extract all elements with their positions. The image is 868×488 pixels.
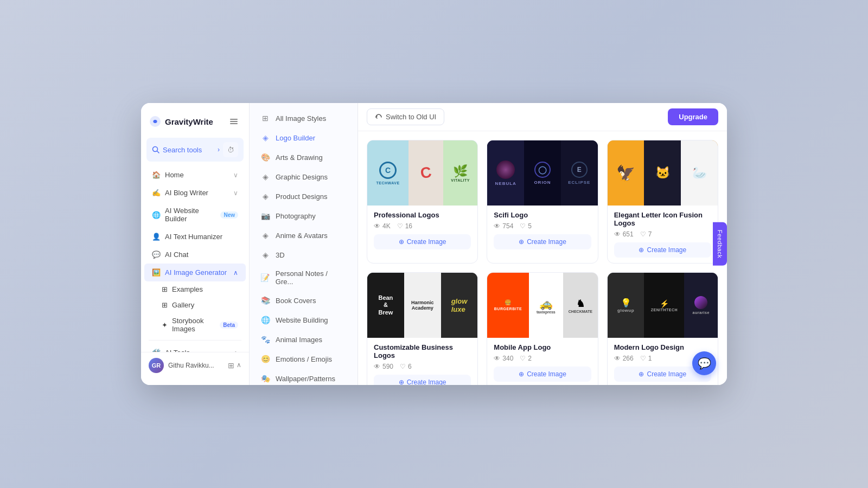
graphic-icon: ◈ — [260, 172, 270, 182]
beta-badge: Beta — [220, 322, 238, 329]
storybook-label: Storybook Images — [172, 317, 220, 333]
menu-item-graphic-designs[interactable]: ◈ Graphic Designs — [253, 167, 354, 187]
switch-old-label: Switch to Old UI — [386, 113, 436, 121]
divider — [149, 340, 241, 341]
logo-builder-label: Logo Builder — [276, 134, 315, 142]
sidebar-item-ai-blog-writer[interactable]: ✍️ AI Blog Writer ∨ — [144, 184, 246, 202]
emoji-label: Emotions / Emojis — [276, 355, 332, 363]
menu-item-book-covers[interactable]: 📚 Book Covers — [253, 291, 354, 310]
web-icon: 🌐 — [260, 315, 270, 325]
card-4-stats: 👁 590 ♡ 6 — [374, 363, 471, 370]
menu-item-anime-avatars[interactable]: ◈ Anime & Avatars — [253, 226, 354, 245]
chat-fab-button[interactable]: 💬 — [692, 351, 716, 375]
wallpaper-label: Wallpaper/Patterns — [276, 375, 335, 383]
card-3-stats: 👁 651 ♡ 7 — [614, 230, 711, 238]
sidebar-item-ai-website-builder[interactable]: 🌐 AI Website Builder New — [144, 202, 246, 228]
settings-icon[interactable]: ⊞ — [228, 361, 234, 370]
card-1-image: C TECHWAVE C 🌿 VITALITY — [367, 140, 477, 206]
menu-item-personal-notes[interactable]: 📝 Personal Notes / Gre... — [253, 265, 354, 291]
website-icon: 🌐 — [152, 211, 161, 219]
svg-rect-3 — [230, 121, 238, 122]
blog-label: AI Blog Writer — [165, 189, 208, 197]
sidebar-item-storybook-images[interactable]: ✦ Storybook Images Beta — [144, 313, 246, 337]
books-icon: 📚 — [260, 296, 270, 305]
sidebar-header: GravityWrite — [141, 110, 249, 138]
card-scifi-logo: NEBULA ◯ ORION E ECLIPSE Scifi Logo — [487, 140, 598, 264]
chevron-up-icon: ∧ — [233, 269, 238, 277]
card-5-create-label: Create Image — [527, 370, 566, 378]
menu-item-emotions-emojis[interactable]: 😊 Emotions / Emojis — [253, 349, 354, 369]
menu-item-arts-drawing[interactable]: 🎨 Arts & Drawing — [253, 147, 354, 167]
card-6-image: 💡 glowup ⚡ ZENITHTECH aurarise — [608, 273, 718, 338]
card-5-create-button[interactable]: ⊕ Create Image — [494, 367, 591, 382]
create-icon: ⊕ — [519, 238, 524, 246]
view-icon: 👁 — [374, 222, 380, 230]
upgrade-button[interactable]: Upgrade — [668, 108, 718, 125]
chevron-up-icon[interactable]: ∧ — [237, 361, 241, 370]
sidebar: GravityWrite Search tools › ⏱ — [141, 103, 250, 385]
user-footer[interactable]: GR Githu Ravikku... ⊞ ∧ — [141, 352, 249, 378]
menu-item-product-designs[interactable]: ◈ Product Designs — [253, 187, 354, 206]
create-icon: ⊕ — [639, 246, 644, 254]
sidebar-item-home[interactable]: 🏠 Home ∨ — [144, 166, 246, 184]
sidebar-item-gallery[interactable]: ⊞ Gallery — [144, 297, 246, 313]
card-6-title: Modern Logo Design — [614, 343, 711, 351]
chevron-down-icon: ∨ — [233, 189, 238, 197]
sidebar-item-ai-tools[interactable]: 🛠️ AI Tools ∧ — [144, 344, 246, 352]
all-styles-icon: ⊞ — [260, 113, 270, 123]
card-2-create-label: Create Image — [527, 238, 566, 246]
brand-name: GravityWrite — [165, 117, 213, 126]
chevron-right-icon: › — [218, 146, 220, 153]
humanizer-label: AI Text Humanizer — [165, 233, 222, 241]
sidebar-item-ai-text-humanizer[interactable]: 👤 AI Text Humanizer — [144, 228, 246, 246]
search-tools-label: Search tools — [163, 146, 202, 154]
card-elegant-letter: 🦅 🐱 🦢 Elegant Letter Icon Fusion Logos — [607, 140, 718, 264]
card-2-create-button[interactable]: ⊕ Create Image — [494, 234, 591, 249]
menu-item-wallpaper-patterns[interactable]: 🎭 Wallpaper/Patterns — [253, 369, 354, 385]
history-button[interactable]: ⏱ — [223, 142, 238, 157]
sidebar-item-examples[interactable]: ⊞ Examples — [144, 281, 246, 297]
sidebar-toggle-button[interactable] — [226, 114, 241, 129]
card-1-views: 4K — [382, 222, 391, 230]
avatar: GR — [149, 358, 164, 373]
menu-item-animal-images[interactable]: 🐾 Animal Images — [253, 330, 354, 349]
gallery-icon: ⊞ — [162, 301, 168, 309]
menu-item-website-building[interactable]: 🌐 Website Building — [253, 310, 354, 330]
card-4-create-button[interactable]: ⊕ Create Image — [374, 375, 471, 385]
home-label: Home — [165, 171, 184, 179]
sidebar-item-ai-chat[interactable]: 💬 AI Chat — [144, 246, 246, 264]
new-badge: New — [220, 211, 238, 219]
card-5-image: 🍔BURGERBITE 🚕 taxixpress ♞ CHECKMATE — [487, 273, 597, 338]
search-tools-button[interactable]: Search tools › ⏱ — [146, 138, 244, 162]
card-1-create-button[interactable]: ⊕ Create Image — [374, 234, 471, 249]
card-6-likes: 1 — [648, 355, 652, 362]
3d-label: 3D — [276, 251, 285, 259]
sidebar-item-ai-image-generator[interactable]: 🖼️ AI Image Generator ∧ — [144, 264, 246, 281]
card-5-stats: 👁 340 ♡ 2 — [494, 355, 591, 362]
card-customizable-business: Bean&Brew HarmonicAcademy glowluxe Custo… — [367, 272, 478, 385]
menu-item-photography[interactable]: 📷 Photography — [253, 206, 354, 226]
all-styles-label: All Image Styles — [276, 114, 326, 123]
gallery-label: Gallery — [172, 301, 194, 309]
chat-icon: 💬 — [152, 251, 161, 259]
notes-icon: 📝 — [260, 273, 270, 282]
user-name: Githu Ravikku... — [168, 362, 224, 369]
3d-icon: ◈ — [260, 250, 270, 260]
brand-logo[interactable]: GravityWrite — [149, 115, 213, 128]
storybook-icon: ✦ — [162, 321, 168, 329]
image-gen-label: AI Image Generator — [165, 268, 227, 277]
switch-old-ui-button[interactable]: Switch to Old UI — [367, 108, 444, 125]
product-icon: ◈ — [260, 191, 270, 201]
card-1-likes: 16 — [405, 222, 412, 230]
feedback-label: Feedback — [717, 230, 723, 258]
feedback-tab[interactable]: Feedback — [713, 222, 727, 266]
menu-item-logo-builder[interactable]: ◈ Logo Builder — [253, 128, 354, 147]
photography-label: Photography — [276, 212, 316, 220]
view-icon: 👁 — [374, 363, 380, 370]
menu-item-3d[interactable]: ◈ 3D — [253, 245, 354, 265]
humanizer-icon: 👤 — [152, 233, 161, 241]
menu-item-all-image-styles[interactable]: ⊞ All Image Styles — [253, 108, 354, 128]
card-3-create-button[interactable]: ⊕ Create Image — [614, 242, 711, 258]
logo-builder-icon: ◈ — [260, 133, 270, 143]
emoji-icon: 😊 — [260, 354, 270, 364]
